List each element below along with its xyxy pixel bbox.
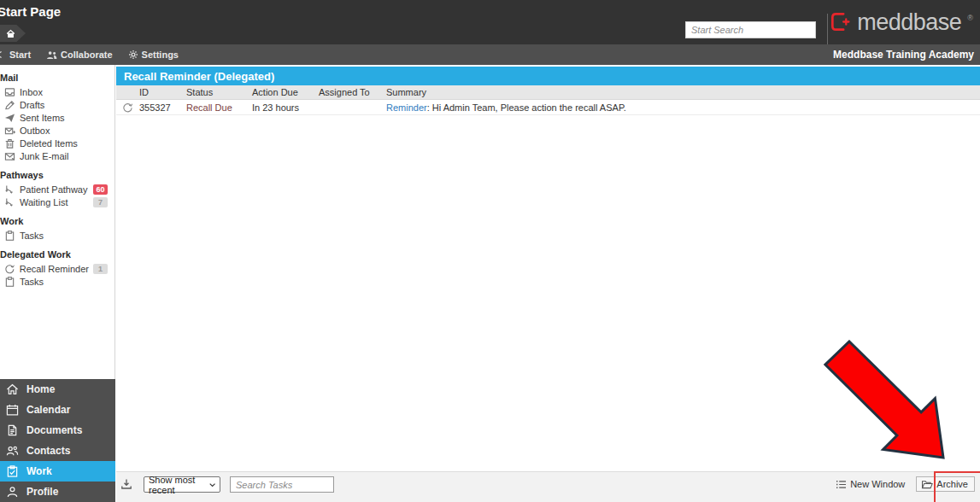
nav-item-label: Profile: [26, 486, 58, 498]
recency-filter-select[interactable]: Show most recent: [144, 476, 220, 493]
nav-item-label: Contacts: [26, 445, 70, 457]
sidebar-item-tasks[interactable]: Tasks: [0, 229, 111, 242]
profile-person-icon: [6, 486, 19, 498]
toolbar-item-collaborate[interactable]: Collaborate: [46, 50, 113, 60]
settings-gear-icon: [128, 50, 138, 60]
nav-item-contacts[interactable]: Contacts: [0, 441, 115, 461]
column-header-assigned-to[interactable]: Assigned To: [319, 87, 386, 97]
sidebar-section-delegated-work: Delegated Work Recall Reminder 1 Tasks: [0, 249, 111, 288]
bottom-navigation: Home Calendar Documents Contacts Work Pr…: [0, 379, 115, 502]
sidebar-item-waiting-list[interactable]: Waiting List 7: [0, 196, 111, 208]
meddbase-app-window: Start Page meddbase ® Start Collaborate …: [0, 0, 980, 502]
logo-divider: [827, 14, 828, 44]
nav-item-label: Home: [26, 383, 55, 395]
sidebar-section-pathways: Pathways Patient Pathway 60 Waiting List…: [0, 170, 111, 208]
junk-mail-icon: [4, 151, 15, 161]
recall-reminder-count-badge: 1: [93, 264, 108, 274]
top-header: Start Page meddbase ®: [0, 0, 980, 44]
column-header-id[interactable]: ID: [139, 87, 186, 97]
new-window-label: New Window: [850, 479, 905, 489]
new-window-button[interactable]: New Window: [836, 479, 905, 489]
nav-item-calendar[interactable]: Calendar: [0, 400, 115, 420]
toolbar-item-label: Settings: [142, 50, 179, 60]
column-header-summary[interactable]: Summary: [386, 87, 980, 97]
sidebar-item-label: Inbox: [20, 87, 43, 97]
pathway-branch-icon: [4, 197, 15, 207]
cell-summary: Reminder: Hi Admin Team, Please action t…: [386, 102, 980, 113]
open-folder-icon: [921, 480, 933, 489]
nav-item-profile[interactable]: Profile: [0, 482, 115, 502]
toolbar-item-settings[interactable]: Settings: [128, 50, 179, 60]
column-header-action-due[interactable]: Action Due: [252, 87, 319, 97]
recall-circular-icon: [4, 264, 15, 274]
cell-status: Recall Due: [186, 102, 252, 113]
recency-filter-value: Show most recent: [149, 475, 209, 495]
toolbar-item-label: Collaborate: [61, 50, 113, 60]
sidebar-section-title: Mail: [0, 73, 111, 83]
sidebar-item-delegated-tasks[interactable]: Tasks: [0, 275, 111, 288]
archive-button[interactable]: Archive: [916, 476, 975, 492]
meddbase-logo-icon: [830, 11, 851, 32]
sidebar-item-label: Tasks: [20, 277, 44, 287]
sidebar-item-label: Recall Reminder: [20, 264, 89, 274]
panel-title: Recall Reminder (Delegated): [124, 70, 274, 83]
sidebar-item-recall-reminder[interactable]: Recall Reminder 1: [0, 262, 111, 275]
clipboard-icon: [4, 277, 15, 287]
toolbar-item-label: Start: [9, 50, 31, 60]
task-table-row[interactable]: 355327 Recall Due In 23 hours Reminder: …: [116, 100, 980, 115]
sidebar-item-label: Drafts: [20, 100, 44, 110]
column-header-status[interactable]: Status: [186, 87, 252, 97]
sidebar-item-inbox[interactable]: Inbox: [0, 85, 111, 98]
sidebar-item-outbox[interactable]: Outbox: [0, 124, 111, 137]
nav-item-label: Documents: [26, 424, 82, 436]
sidebar-item-label: Deleted Items: [20, 138, 78, 149]
clipboard-icon: [4, 231, 15, 241]
meddbase-logo: meddbase ®: [830, 11, 973, 33]
sent-plane-icon: [4, 113, 15, 123]
sidebar-item-drafts[interactable]: Drafts: [0, 98, 111, 111]
sidebar-item-patient-pathway[interactable]: Patient Pathway 60: [0, 183, 111, 196]
sidebar-section-title: Delegated Work: [0, 249, 111, 260]
home-icon: [6, 383, 19, 395]
sidebar-item-label: Waiting List: [20, 197, 67, 207]
nav-item-label: Calendar: [26, 404, 70, 416]
sidebar-item-label: Patient Pathway: [20, 184, 88, 195]
inbox-icon: [4, 87, 15, 97]
collaborate-icon: [46, 50, 57, 60]
toolbar-item-start[interactable]: Start: [0, 50, 31, 60]
nav-item-home[interactable]: Home: [0, 379, 115, 400]
download-icon[interactable]: [120, 478, 132, 490]
account-name-label: Meddbase Training Academy: [833, 44, 974, 65]
panel-title-bar: Recall Reminder (Delegated): [116, 67, 980, 85]
page-title: Start Page: [0, 4, 61, 19]
nav-item-work[interactable]: Work: [0, 461, 115, 482]
cell-action-due: In 23 hours: [252, 102, 319, 113]
list-icon: [836, 480, 847, 489]
sidebar-section-work: Work Tasks: [0, 216, 111, 242]
search-tasks-input[interactable]: [230, 476, 334, 493]
sidebar-section-title: Pathways: [0, 170, 111, 180]
sidebar-item-label: Sent Items: [20, 113, 65, 123]
start-search-input[interactable]: [685, 21, 816, 38]
sidebar-item-junk-email[interactable]: Junk E-mail: [0, 149, 111, 162]
outbox-icon: [4, 125, 15, 136]
ribbon-toolbar: Start Collaborate Settings Meddbase Trai…: [0, 44, 980, 65]
logo-text: meddbase: [857, 11, 961, 33]
start-icon: [0, 50, 6, 59]
document-icon: [6, 424, 19, 436]
work-clipboard-icon: [6, 465, 19, 477]
nav-item-label: Work: [26, 465, 52, 477]
summary-text: : Hi Admin Team, Please action the recal…: [427, 102, 626, 113]
breadcrumb-home-tab[interactable]: [0, 25, 26, 42]
sidebar-section-mail: Mail Inbox Drafts Sent Items Outbox: [0, 73, 111, 162]
trash-icon: [4, 138, 15, 149]
summary-reminder-link[interactable]: Reminder: [386, 102, 427, 113]
home-icon: [6, 29, 15, 38]
calendar-icon: [6, 404, 19, 416]
sidebar-item-deleted-items[interactable]: Deleted Items: [0, 137, 111, 149]
sidebar-section-title: Work: [0, 216, 111, 226]
sidebar-item-sent-items[interactable]: Sent Items: [0, 111, 111, 124]
drafts-pencil-icon: [4, 100, 15, 110]
nav-item-documents[interactable]: Documents: [0, 420, 115, 441]
archive-label: Archive: [936, 479, 968, 489]
